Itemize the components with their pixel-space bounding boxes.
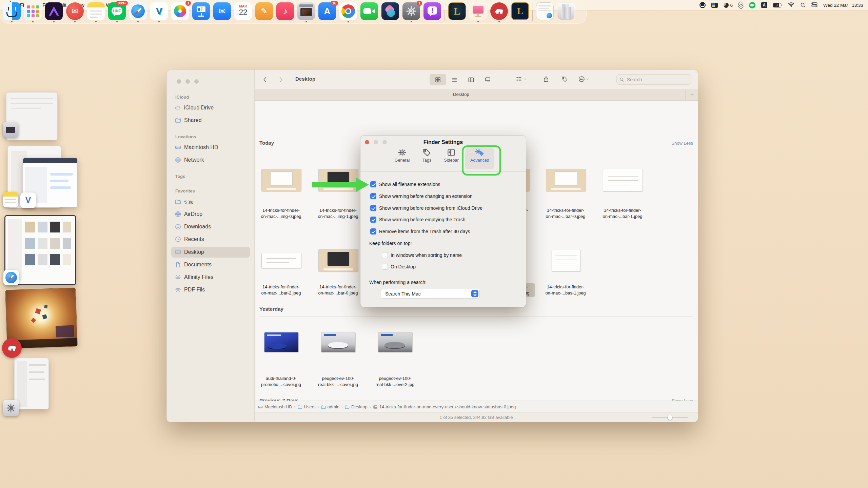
search-scope-dropdown[interactable]: Search This Mac (381, 289, 480, 299)
dock-icon-keynote[interactable] (192, 2, 210, 20)
file-thumbnail[interactable] (261, 253, 301, 268)
file-item[interactable]: 14-tricks-for-finder-on-mac-...bar-0.jpe… (540, 207, 591, 220)
sidebar-item-recents[interactable]: Recents (171, 234, 250, 245)
menu-bar-time[interactable]: 13:33 (852, 3, 863, 8)
wifi-icon[interactable] (788, 2, 794, 8)
dock-icon-feedback-assistant[interactable]: ! (423, 2, 441, 20)
sidebar-item-airdrop[interactable]: AirDrop (171, 209, 250, 220)
file-thumbnail[interactable] (603, 169, 643, 191)
gallery-view-button[interactable] (479, 74, 496, 85)
show-less-button-today[interactable]: Show Less (671, 141, 693, 146)
path-item-file[interactable]: 14-tricks-for-finder-on-mac-every-users-… (373, 404, 516, 409)
dock-icon-safari[interactable] (129, 2, 147, 20)
dock-icon-facetime[interactable] (360, 2, 378, 20)
checkbox-checked-icon[interactable] (370, 217, 376, 223)
checkbox-unchecked-icon[interactable] (382, 252, 388, 258)
icon-view-button[interactable] (430, 74, 446, 85)
more-actions-button[interactable] (578, 76, 590, 82)
checkbox-checked-icon[interactable] (370, 181, 376, 187)
checkbox-checked-icon[interactable] (370, 205, 376, 211)
window-zoom-button[interactable] (194, 79, 199, 84)
window-close-button[interactable] (177, 79, 181, 84)
file-thumbnail[interactable] (321, 332, 356, 352)
dock-icon-riot-games[interactable] (490, 2, 508, 20)
search-field[interactable] (616, 74, 691, 85)
menu-bar-date[interactable]: Wed 22 Mar (823, 3, 848, 8)
forward-button[interactable] (277, 76, 284, 83)
display-status-icon[interactable] (711, 3, 718, 8)
back-button[interactable] (261, 76, 269, 83)
file-thumbnail[interactable] (264, 332, 299, 352)
dock-icon-league-of-legends-2[interactable]: L (511, 2, 529, 20)
dock-icon-trash[interactable] (557, 2, 575, 20)
spotlight-icon[interactable] (800, 2, 806, 8)
checkbox-keep-folders-desktop[interactable]: On Desktop (382, 264, 416, 270)
file-thumbnail[interactable] (552, 250, 581, 271)
file-item[interactable]: audi-thailand-0-promotio...-cover.jpg (256, 375, 307, 388)
dock-icon-shortcuts[interactable] (381, 2, 399, 20)
sidebar-item-pdf-fils[interactable]: PDF Fils (171, 284, 250, 295)
sidebar-item-shared[interactable]: Shared (171, 115, 250, 126)
path-item-users[interactable]: Users (298, 404, 316, 409)
file-thumbnail[interactable] (378, 332, 413, 352)
control-center-icon[interactable] (811, 2, 817, 8)
list-view-button[interactable] (446, 74, 463, 85)
battery-icon[interactable]: ⚡ (773, 3, 782, 7)
tab-general[interactable]: General (390, 148, 414, 169)
tab-tags[interactable]: Tags (415, 148, 439, 169)
dock-icon-calendar[interactable]: MAR22 (234, 2, 252, 20)
file-item[interactable]: 14-tricks-for-finder-on-mac-...bar-1.jpe… (597, 207, 648, 220)
dock-icon-red-mail-app[interactable]: ✉ (66, 2, 84, 20)
path-item-admin[interactable]: admin (321, 404, 339, 409)
sidebar-item-ruam[interactable]: รวม (171, 196, 250, 207)
file-thumbnail[interactable] (261, 169, 301, 191)
search-input[interactable] (626, 77, 678, 83)
dock-icon-league-of-legends[interactable]: L (448, 2, 466, 20)
input-source-icon[interactable]: A (761, 2, 767, 8)
file-item[interactable]: 14-tricks-for-finder-on-mac-...bar-0.jpe… (313, 284, 363, 296)
tab-desktop[interactable]: Desktop (453, 92, 469, 97)
sidebar-item-network[interactable]: Network (171, 155, 250, 165)
dock-icon-v-app[interactable]: V (150, 2, 168, 20)
sidebar-item-macintosh-hd[interactable]: Macintosh HD (171, 142, 250, 153)
file-thumbnail[interactable] (546, 169, 586, 191)
sidebar-item-downloads[interactable]: Downloads (171, 221, 250, 232)
checkbox-warn-empty-trash[interactable]: Show warning before emptying the Trash (370, 217, 465, 223)
checkbox-show-extensions[interactable]: Show all filename extensions (370, 181, 440, 187)
dock-icon-pink-display-app[interactable] (469, 2, 487, 20)
checkbox-warn-icloud-remove[interactable]: Show warning before removing from iCloud… (370, 205, 482, 211)
checkbox-keep-folders-windows[interactable]: In windows when sorting by name (382, 252, 462, 258)
checkbox-unchecked-icon[interactable] (382, 264, 388, 270)
tags-button[interactable] (561, 76, 568, 82)
window-minimize-button[interactable] (185, 79, 190, 84)
dropdown-stepper-icon[interactable] (471, 290, 478, 297)
checkbox-checked-icon[interactable] (370, 193, 376, 199)
sidebar-item-affinity-files[interactable]: Affinity Files (171, 272, 250, 283)
file-item[interactable]: 14-tricks-for-finder-on-mac-...img-1.jpe… (313, 207, 363, 220)
dock-icon-affinity-photo[interactable] (45, 2, 63, 20)
file-item[interactable]: 14-tricks-for-finder-on-mac-...img-0.jpe… (256, 207, 307, 220)
share-button[interactable] (543, 76, 549, 82)
dock-icon-mail[interactable]: ✉ (213, 2, 231, 20)
dock-minimized-window-thumbnail[interactable] (536, 2, 554, 20)
sidebar-item-desktop[interactable]: Desktop (171, 247, 250, 258)
path-item-macintosh-hd[interactable]: Macintosh HD (258, 404, 292, 409)
sidebar-item-documents[interactable]: Documents (171, 259, 250, 270)
slider-knob[interactable] (668, 415, 672, 420)
tab-sidebar[interactable]: Sidebar (439, 148, 463, 169)
sidebar-item-icloud-drive[interactable]: iCloud Drive (171, 102, 250, 113)
checkbox-warn-extension-change[interactable]: Show warning before changing an extensio… (370, 193, 473, 199)
stacked-shapes-icon[interactable] (738, 2, 743, 8)
line-status-icon[interactable] (749, 2, 755, 8)
path-item-desktop[interactable]: Desktop (345, 404, 368, 409)
checkbox-remove-trash-30-days[interactable]: Remove items from the Trash after 30 day… (370, 228, 470, 235)
file-item[interactable]: 14-tricks-for-finder-on-mac-...bas-1.jpe… (540, 284, 591, 296)
pie-menu-icon[interactable]: 6 (724, 3, 733, 8)
checkbox-checked-icon[interactable] (370, 228, 376, 235)
dock-icon-chrome[interactable] (339, 2, 357, 20)
file-item[interactable]: peugeot-ev-100-real-bkk-...-cover.jpg (313, 375, 363, 388)
file-item[interactable]: 14-tricks-for-finder-on-mac-...bar-2.jpe… (256, 284, 307, 296)
file-thumbnail[interactable] (318, 249, 358, 272)
group-by-button[interactable] (516, 76, 527, 82)
dock-icon-music[interactable]: ♪ (276, 2, 294, 20)
